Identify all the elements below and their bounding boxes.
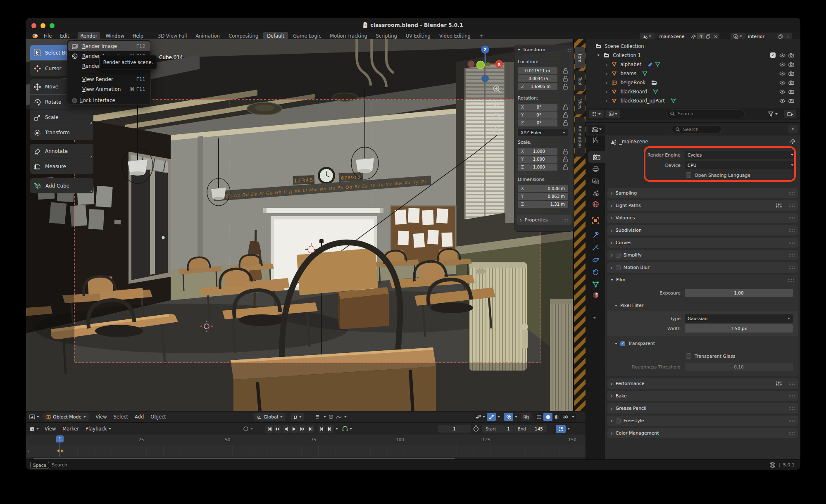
tab-render-active[interactable] xyxy=(588,151,605,163)
auto-keying-button[interactable] xyxy=(243,426,253,432)
tab-particles[interactable] xyxy=(592,244,599,251)
tool-scale[interactable]: Scale xyxy=(30,110,93,125)
rotation-lock-icons[interactable] xyxy=(563,105,569,126)
hide-eye-icon[interactable] xyxy=(779,53,786,57)
timeline-ruler[interactable]: 25 50 75 100 125 150 xyxy=(26,435,586,445)
location-z-field[interactable]: Z1.6905 m xyxy=(518,83,557,90)
scale-x-field[interactable]: X1.000 xyxy=(518,148,557,155)
sync-button[interactable] xyxy=(556,425,566,433)
pixel-filter-width-field[interactable]: 1.50 px xyxy=(685,324,793,333)
rotation-mode-dropdown[interactable]: XYZ Euler xyxy=(518,129,568,136)
shading-material-button[interactable] xyxy=(552,414,561,420)
end-frame-field[interactable]: End145 xyxy=(514,425,547,433)
tool-measure[interactable]: Measure xyxy=(30,159,93,174)
workspace-tab-animation[interactable]: Animation xyxy=(192,32,224,40)
properties-options-button[interactable] xyxy=(788,125,797,133)
start-frame-field[interactable]: Start1 xyxy=(482,425,514,433)
menu-help[interactable]: Help xyxy=(133,33,143,39)
prev-keyframe-button[interactable] xyxy=(274,425,281,433)
rotation-y-field[interactable]: Y0° xyxy=(518,112,557,119)
panel-simplify[interactable]: ›Simplify xyxy=(607,250,798,260)
gizmos-toggle-button[interactable] xyxy=(487,413,496,421)
transparent-subheader[interactable]: ✓Transparent xyxy=(615,341,655,346)
tool-transform[interactable]: Transform xyxy=(30,125,93,140)
workspace-tab-compositing[interactable]: Compositing xyxy=(225,32,262,40)
new-collection-button[interactable] xyxy=(784,110,796,118)
shading-solid-button[interactable] xyxy=(543,413,552,421)
n-tab-tool[interactable]: Tool xyxy=(575,71,585,91)
properties-pin-icon[interactable] xyxy=(790,139,795,144)
playhead-flag[interactable]: 1 xyxy=(56,435,64,442)
next-keyframe-button[interactable] xyxy=(298,425,306,433)
current-frame-field[interactable]: 1 xyxy=(438,425,471,433)
panel-film-header[interactable]: Film xyxy=(611,277,625,283)
next-frame-button[interactable] xyxy=(326,425,333,433)
workspace-add-button[interactable]: + xyxy=(476,32,487,40)
tab-strip-overflow-chevron[interactable] xyxy=(593,317,596,319)
shading-rendered-button[interactable] xyxy=(561,414,570,420)
tab-object-data[interactable] xyxy=(592,281,599,288)
tab-physics[interactable] xyxy=(592,257,599,263)
properties-editor-type-button[interactable] xyxy=(588,125,605,134)
overlays-toggle-button[interactable] xyxy=(504,413,513,421)
transparent-checkbox[interactable]: ✓ xyxy=(620,341,625,346)
shading-wireframe-button[interactable] xyxy=(535,414,543,420)
properties-subpanel[interactable]: ›Properties xyxy=(517,215,571,225)
play-reverse-button[interactable] xyxy=(282,425,290,433)
keyframe-diamond-2[interactable] xyxy=(60,449,64,453)
tab-view-layer[interactable] xyxy=(592,178,599,185)
panel-performance[interactable]: ›Performance xyxy=(607,378,798,389)
dimensions-z-field[interactable]: Z1.31 m xyxy=(518,201,568,208)
workspace-tab-default[interactable]: Default xyxy=(263,32,288,40)
scale-lock-icons[interactable] xyxy=(563,149,569,170)
tab-world[interactable] xyxy=(592,201,599,208)
workspace-tab-3d-view-full[interactable]: 3D View Full xyxy=(154,32,190,40)
n-tab-view[interactable]: View xyxy=(575,94,585,114)
timeline-editor-type-button[interactable] xyxy=(29,426,39,432)
tab-material[interactable] xyxy=(592,292,599,299)
n-tab-animation[interactable]: Animation xyxy=(575,117,585,157)
outliner-row-blackboard-uppart[interactable]: › blackBoard_upPart xyxy=(586,96,800,105)
n-panel-title[interactable]: Transform xyxy=(523,47,545,52)
workspace-tab-scripting[interactable]: Scripting xyxy=(372,32,401,40)
outliner-filter-type-button[interactable] xyxy=(605,110,620,118)
camera-visibility-icon[interactable] xyxy=(788,53,794,57)
panel-grease-pencil[interactable]: ›Grease Pencil xyxy=(607,403,798,414)
collection-checkbox[interactable]: ✓ xyxy=(770,52,776,58)
menu-item-view-render[interactable]: View RenderF11 xyxy=(68,74,150,84)
panel-light-paths[interactable]: ›Light Paths xyxy=(607,200,798,211)
play-button[interactable] xyxy=(290,425,298,433)
workspace-tab-uv-editing[interactable]: UV Editing xyxy=(402,32,434,40)
tab-output[interactable] xyxy=(592,166,599,172)
timeline-menu-playback[interactable]: Playback xyxy=(86,426,111,432)
viewport-menu-object[interactable]: Object xyxy=(150,414,166,420)
jump-to-end-button[interactable] xyxy=(307,425,314,433)
viewport-editor-type-button[interactable] xyxy=(29,414,39,419)
menu-edit[interactable]: Edit xyxy=(60,33,69,39)
pixel-filter-type-dropdown[interactable]: Gaussian xyxy=(685,314,793,323)
transform-orientation-dropdown[interactable]: Global xyxy=(254,413,286,421)
panel-color-management[interactable]: ›Color Management xyxy=(607,428,798,438)
panel-curves[interactable]: ›Curves xyxy=(607,238,798,248)
exposure-field[interactable]: 1.00 xyxy=(685,289,793,297)
scale-y-field[interactable]: Y1.000 xyxy=(518,156,557,163)
outliner-row-blackboard[interactable]: › blackBoard xyxy=(586,87,800,96)
workspace-tab-video-editing[interactable]: Video Editing xyxy=(436,32,474,40)
roughness-threshold-field[interactable]: 0.10 xyxy=(685,363,793,371)
timeline-expand-arrow[interactable]: › xyxy=(27,448,29,454)
outliner-row-collection-1[interactable]: Collection 1 ✓ xyxy=(586,51,800,60)
outliner-search-box[interactable]: Search xyxy=(666,109,745,118)
panel-bake[interactable]: ›Bake xyxy=(607,391,798,401)
tool-add-cube[interactable]: Add Cube xyxy=(30,178,93,193)
scale-z-field[interactable]: Z1.000 xyxy=(518,164,557,171)
pixel-filter-subheader[interactable]: Pixel Filter xyxy=(615,303,643,308)
outliner-row-alphabet[interactable]: › alphabet xyxy=(586,60,800,69)
blender-logo-icon[interactable] xyxy=(31,33,38,38)
location-y-field[interactable]: -0.004475 xyxy=(518,75,557,82)
prev-frame-button[interactable] xyxy=(318,425,325,433)
panel-sampling[interactable]: ›Sampling xyxy=(607,188,798,198)
tab-scene[interactable] xyxy=(592,190,599,196)
timeline-track[interactable]: › xyxy=(26,445,586,457)
lock-interface-checkbox[interactable] xyxy=(72,98,77,103)
menu-item-lock-interface[interactable]: Lock Interface xyxy=(68,96,150,105)
